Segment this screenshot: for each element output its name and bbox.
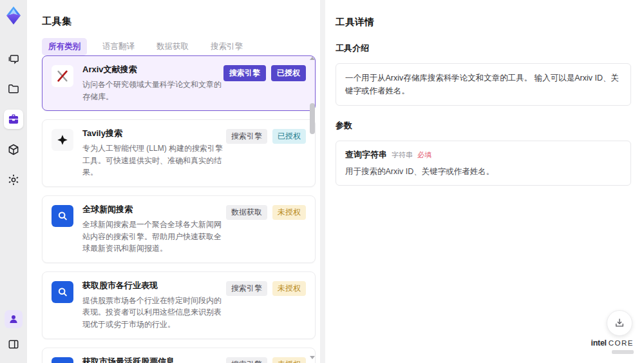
- tool-name: 全球新闻搜索: [82, 204, 226, 215]
- arxiv-icon: [52, 65, 73, 87]
- category-badge: 数据获取: [226, 205, 267, 220]
- param-card: 查询字符串 字符串 必填 用于搜索的Arxiv ID、关键字或作者姓名。: [336, 141, 631, 186]
- intro-text: 一个用于从Arxiv存储库搜索科学论文和文章的工具。 输入可以是Arxiv ID…: [345, 72, 621, 97]
- tool-name: 获取股市各行业表现: [82, 280, 226, 291]
- tab-all-categories[interactable]: 所有类别: [42, 38, 87, 55]
- tool-card-arxiv[interactable]: Arxiv文献搜索 访问各个研究领域大量科学论文和文章的存储库。 搜索引擎 已授…: [42, 55, 316, 111]
- tool-name: 获取市场最活跃股票信息: [82, 356, 226, 363]
- scroll-up-arrow[interactable]: [310, 57, 315, 60]
- auth-badge: 未授权: [272, 357, 306, 363]
- intel-sub-mark: [612, 350, 634, 354]
- app-rail: [0, 0, 27, 363]
- params-heading: 参数: [336, 120, 644, 132]
- intel-core-logo: intelCORE: [591, 337, 634, 354]
- tab-language-translation[interactable]: 语言翻译: [96, 38, 141, 55]
- tab-data-acquisition[interactable]: 数据获取: [150, 38, 195, 55]
- tool-card-sector-performance[interactable]: 获取股市各行业表现 提供股票市场各个行业在特定时间段内的表现。投资者可以利用这些…: [42, 271, 316, 339]
- download-button[interactable]: [607, 310, 632, 336]
- tool-card-global-news[interactable]: 全球新闻搜索 全球新闻搜索是一个聚合全球各大新闻网站内容的搜索引擎。帮助用户快速…: [42, 195, 316, 263]
- user-avatar-icon[interactable]: [5, 310, 23, 328]
- settings-gear-icon[interactable]: [4, 170, 23, 190]
- category-tabs: 所有类别 语言翻译 数据获取 搜索引擎: [42, 38, 320, 55]
- tool-desc: 提供股票市场各个行业在特定时间段内的表现。投资者可以利用这些信息来识别表现优于或…: [82, 295, 226, 331]
- category-badge: 搜索引擎: [226, 281, 267, 296]
- tool-list-panel: 工具集 所有类别 语言翻译 数据获取 搜索引擎 Arxiv文献搜索 访问各个研究…: [27, 0, 320, 363]
- auth-badge: 已授权: [272, 129, 306, 144]
- panel-toggle-icon[interactable]: [4, 335, 23, 354]
- auth-badge: 未授权: [272, 281, 306, 296]
- auth-badge: 已授权: [271, 65, 306, 81]
- scrollbar-thumb[interactable]: [310, 103, 315, 134]
- param-type: 字符串: [392, 150, 413, 160]
- intro-card: 一个用于从Arxiv存储库搜索科学论文和文章的工具。 输入可以是Arxiv ID…: [336, 63, 631, 106]
- chat-icon[interactable]: [4, 49, 23, 68]
- category-badge: 搜索引擎: [223, 65, 266, 81]
- search-app-icon: [52, 281, 73, 303]
- search-app-icon: [52, 205, 73, 227]
- folder-icon[interactable]: [4, 79, 23, 99]
- scroll-down-arrow[interactable]: [310, 356, 315, 359]
- param-name: 查询字符串: [345, 149, 387, 161]
- category-badge: 搜索引擎: [226, 357, 267, 363]
- tab-search-engine[interactable]: 搜索引擎: [204, 38, 249, 55]
- tavily-star-icon: [52, 129, 73, 151]
- app-logo: [3, 5, 24, 26]
- download-icon: [614, 317, 625, 329]
- tool-list: Arxiv文献搜索 访问各个研究领域大量科学论文和文章的存储库。 搜索引擎 已授…: [42, 55, 316, 363]
- tool-desc: 专为人工智能代理 (LLM) 构建的搜索引擎工具。可快速提供实时、准确和真实的结…: [82, 142, 226, 179]
- page-title: 工具集: [27, 0, 320, 28]
- tool-desc: 访问各个研究领域大量科学论文和文章的存储库。: [82, 79, 223, 103]
- search-app-icon: [52, 357, 73, 363]
- cube-icon[interactable]: [4, 140, 23, 159]
- tool-card-tavily[interactable]: Tavily搜索 专为人工智能代理 (LLM) 构建的搜索引擎工具。可快速提供实…: [42, 119, 316, 187]
- list-scrollbar[interactable]: [309, 57, 316, 359]
- category-badge: 搜索引擎: [226, 129, 267, 144]
- param-required-flag: 必填: [417, 150, 431, 160]
- tool-desc: 全球新闻搜索是一个聚合全球各大新闻网站内容的搜索引擎。帮助用户快速获取全球最新资…: [82, 219, 226, 255]
- toolbox-icon[interactable]: [4, 110, 23, 129]
- param-desc: 用于搜索的Arxiv ID、关键字或作者姓名。: [345, 166, 621, 177]
- tool-details-panel: 工具详情 工具介绍 一个用于从Arxiv存储库搜索科学论文和文章的工具。 输入可…: [325, 0, 644, 363]
- auth-badge: 未授权: [272, 205, 306, 220]
- details-title: 工具详情: [325, 0, 644, 28]
- tool-name: Arxiv文献搜索: [82, 64, 223, 75]
- intro-heading: 工具介绍: [336, 43, 644, 54]
- tool-name: Tavily搜索: [82, 128, 226, 139]
- tool-card-active-stocks[interactable]: 获取市场最活跃股票信息 提供当天交易量最高的股票列表。投资者可以利用这些信息来识…: [42, 348, 316, 363]
